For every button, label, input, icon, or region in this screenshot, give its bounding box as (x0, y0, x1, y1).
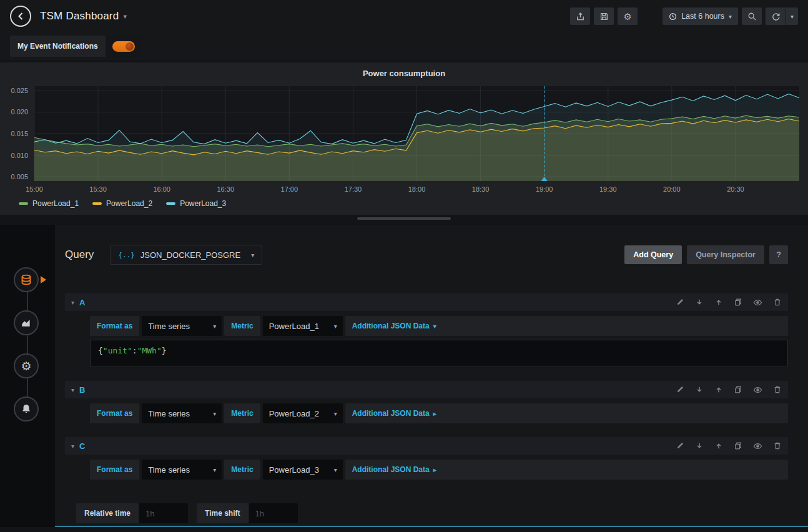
legend-series-label: PowerLoad_3 (180, 199, 226, 208)
format-as-value: Time series (148, 409, 190, 418)
duplicate-query-icon[interactable] (734, 385, 742, 394)
x-tick-label: 20:00 (663, 185, 681, 193)
query-row-header-a: ▾ A (65, 293, 788, 311)
plot-area[interactable] (34, 86, 799, 181)
move-query-up-icon[interactable] (714, 441, 723, 450)
query-editor-content: Query {..} JSON_DOCKER_POSGRE ▾ Add Quer… (55, 225, 808, 527)
time-range-label: Last 6 hours (681, 12, 724, 21)
move-query-down-icon[interactable] (695, 441, 704, 450)
time-range-picker[interactable]: Last 6 hours ▾ (663, 7, 738, 25)
magnifier-icon (747, 12, 757, 21)
metric-label: Metric (224, 316, 260, 336)
legend-item[interactable]: PowerLoad_3 (166, 199, 226, 208)
legend-item[interactable]: PowerLoad_2 (92, 199, 152, 208)
move-query-down-icon[interactable] (695, 298, 704, 307)
metric-select[interactable]: PowerLoad_2▾ (263, 403, 343, 423)
format-as-select[interactable]: Time series▾ (142, 460, 222, 480)
delete-query-trash-icon[interactable] (773, 298, 782, 307)
y-axis: 0.0050.0100.0150.0200.025 (0, 86, 34, 181)
query-letter[interactable]: C (79, 441, 85, 451)
tab-general[interactable]: ⚙ (14, 353, 39, 378)
add-query-button[interactable]: Add Query (624, 245, 682, 264)
save-button[interactable] (594, 7, 614, 25)
format-as-select[interactable]: Time series▾ (142, 403, 222, 423)
back-button[interactable] (10, 6, 31, 27)
collapse-caret-icon[interactable]: ▾ (71, 443, 74, 450)
metric-label: Metric (224, 460, 260, 480)
navbar: TSM Dashboard ▾ ⚙ Last 6 hours ▾ (0, 0, 808, 32)
relative-time-input[interactable] (139, 503, 188, 523)
collapse-caret-icon[interactable]: ▾ (71, 387, 74, 393)
json-brace: { (98, 346, 103, 355)
chevron-down-icon: ▾ (334, 466, 337, 473)
caret-icon: ▸ (433, 410, 436, 417)
scrollbar-horizontal[interactable] (357, 217, 451, 220)
query-inspector-button[interactable]: Query Inspector (687, 245, 764, 264)
format-as-select[interactable]: Time series▾ (142, 316, 222, 336)
disable-query-eye-icon[interactable] (753, 298, 762, 307)
tab-visualization[interactable] (14, 310, 39, 335)
disable-query-eye-icon[interactable] (753, 441, 762, 451)
refresh-interval-dropdown[interactable]: ▾ (786, 7, 798, 25)
y-tick-label: 0.015 (11, 130, 28, 137)
panel-title[interactable]: Power consumptuion (0, 69, 808, 82)
chevron-down-icon: ▾ (334, 410, 337, 417)
x-tick-label: 17:00 (281, 185, 298, 193)
panel-time-options: Relative time Time shift (76, 503, 788, 523)
gear-icon: ⚙ (21, 360, 31, 372)
additional-json-toggle[interactable]: Additional JSON Data▾ (345, 316, 788, 336)
datasource-picker[interactable]: {..} JSON_DOCKER_POSGRE ▾ (110, 245, 262, 265)
time-shift-input[interactable] (249, 503, 298, 523)
section-divider (55, 526, 808, 527)
additional-json-toggle[interactable]: Additional JSON Data▸ (345, 460, 788, 480)
query-row-actions (676, 441, 782, 451)
toggle-label: My Event Notifications (10, 36, 106, 57)
metric-value: PowerLoad_1 (269, 322, 319, 331)
edit-query-icon[interactable] (676, 441, 684, 450)
disable-query-eye-icon[interactable] (753, 385, 762, 395)
delete-query-trash-icon[interactable] (773, 441, 782, 450)
y-tick-label: 0.025 (11, 87, 28, 94)
y-tick-label: 0.010 (11, 152, 28, 159)
share-button[interactable] (570, 7, 590, 25)
refresh-icon (771, 12, 781, 21)
metric-select[interactable]: PowerLoad_3▾ (263, 460, 343, 480)
refresh-group: ▾ (766, 7, 798, 25)
dashboard-settings-button[interactable]: ⚙ (618, 7, 638, 25)
x-tick-label: 15:00 (26, 185, 43, 193)
collapse-caret-icon[interactable]: ▾ (71, 299, 74, 306)
tab-alert[interactable] (14, 397, 39, 421)
query-row-actions (676, 385, 782, 395)
duplicate-query-icon[interactable] (734, 441, 742, 450)
chevron-down-icon: ▾ (334, 323, 337, 330)
x-tick-label: 17:30 (345, 185, 362, 193)
delete-query-trash-icon[interactable] (773, 385, 782, 394)
legend-item[interactable]: PowerLoad_1 (19, 199, 79, 208)
additional-json-editor[interactable]: {"unit":"MWh"} (90, 340, 788, 367)
dashboard-title[interactable]: TSM Dashboard ▾ (40, 10, 127, 22)
edit-query-icon[interactable] (676, 298, 684, 307)
chevron-down-icon: ▾ (123, 12, 127, 21)
move-query-up-icon[interactable] (714, 385, 723, 394)
dashboard-submenu: My Event Notifications (0, 32, 808, 60)
additional-json-toggle[interactable]: Additional JSON Data▸ (345, 403, 788, 423)
toggle-switch[interactable] (112, 41, 135, 52)
refresh-button[interactable] (766, 7, 786, 25)
tab-queries[interactable] (14, 267, 39, 292)
chevron-down-icon: ▾ (213, 410, 216, 417)
query-letter[interactable]: B (79, 385, 85, 395)
share-icon (576, 12, 585, 21)
help-button[interactable]: ? (769, 245, 788, 264)
x-tick-label: 20:30 (727, 185, 744, 193)
event-notifications-toggle[interactable]: My Event Notifications (10, 36, 142, 57)
zoom-out-button[interactable] (742, 7, 762, 25)
options-spacer (188, 503, 197, 523)
move-query-down-icon[interactable] (695, 385, 704, 394)
metric-select[interactable]: PowerLoad_1▾ (263, 316, 343, 336)
active-tab-arrow-icon (41, 276, 50, 283)
arrow-left-icon (16, 11, 26, 21)
edit-query-icon[interactable] (676, 385, 684, 394)
move-query-up-icon[interactable] (714, 298, 723, 307)
query-letter[interactable]: A (79, 298, 85, 307)
duplicate-query-icon[interactable] (734, 298, 742, 307)
